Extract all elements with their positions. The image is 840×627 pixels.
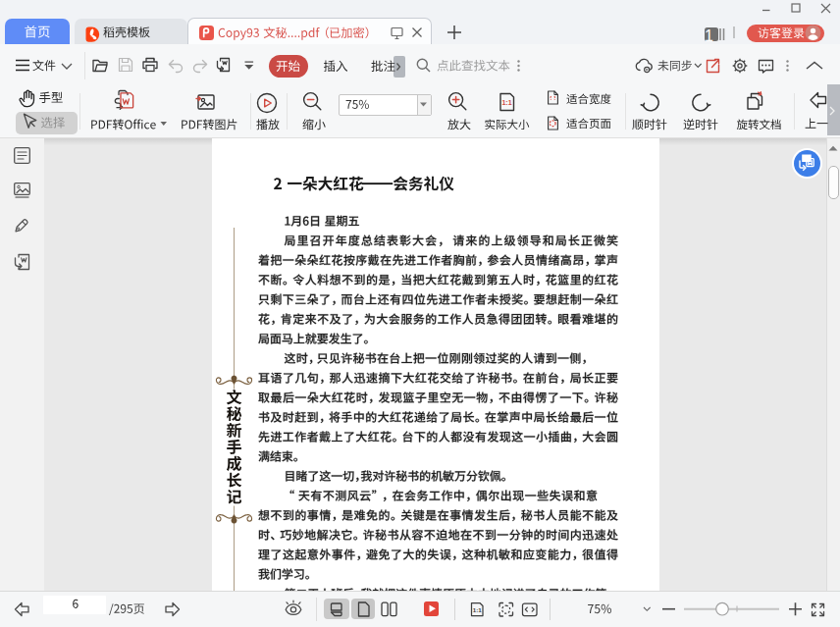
svg-text:1:1: 1:1 bbox=[501, 99, 511, 106]
svg-text:1:1: 1:1 bbox=[473, 606, 483, 613]
